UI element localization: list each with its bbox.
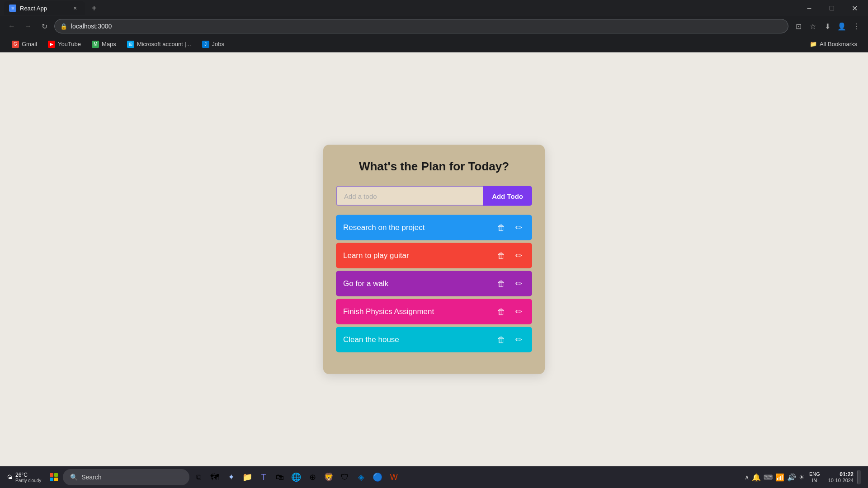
profile-button[interactable]: 👤 — [835, 20, 848, 33]
antivirus-icon[interactable]: 🛡 — [338, 470, 352, 484]
todo-item-actions: 🗑 ✏ — [495, 305, 525, 318]
bookmark-gmail-label: Gmail — [22, 41, 37, 47]
page-area: What's the Plan for Today? Add Todo Rese… — [0, 52, 868, 466]
vscode-icon[interactable]: ◈ — [354, 470, 368, 484]
todo-item-text: Clean the house — [343, 335, 495, 344]
edit-icon[interactable]: ✏ — [512, 221, 525, 234]
back-button[interactable]: ← — [5, 20, 18, 33]
gmail-favicon: G — [12, 41, 19, 48]
clock[interactable]: 01:22 10-10-2024 — [828, 471, 854, 483]
todo-item-text: Go for a walk — [343, 279, 495, 288]
search-icon: 🔍 — [70, 474, 78, 481]
todo-list: Research on the project 🗑 ✏ Learn to pla… — [336, 215, 532, 352]
maps-taskbar-icon[interactable]: 🗺 — [208, 470, 222, 484]
todo-item: Clean the house 🗑 ✏ — [336, 327, 532, 352]
windows-logo — [50, 473, 58, 481]
todo-item: Research on the project 🗑 ✏ — [336, 215, 532, 240]
todo-item-actions: 🗑 ✏ — [495, 277, 525, 290]
brightness-icon[interactable]: ☀ — [799, 474, 805, 481]
todo-card: What's the Plan for Today? Add Todo Rese… — [323, 145, 545, 374]
taskbar-search[interactable]: 🔍 Search — [63, 469, 189, 485]
microsoft-favicon: ⊞ — [127, 41, 134, 48]
bookmarks-bar: G Gmail ▶ YouTube M Maps ⊞ Microsoft acc… — [0, 36, 868, 52]
delete-icon[interactable]: 🗑 — [495, 249, 508, 262]
notification-icon[interactable]: 🔔 — [752, 473, 761, 482]
edit-icon[interactable]: ✏ — [512, 333, 525, 346]
menu-button[interactable]: ⋮ — [850, 20, 863, 33]
volume-icon[interactable]: 🔊 — [787, 473, 796, 482]
clock-date: 10-10-2024 — [828, 478, 854, 483]
tab-close-button[interactable]: × — [71, 4, 80, 13]
lock-icon: 🔒 — [60, 23, 67, 30]
delete-icon[interactable]: 🗑 — [495, 333, 508, 346]
brave-icon[interactable]: 🦁 — [321, 470, 336, 484]
tab-title: React App — [20, 5, 47, 12]
jobs-favicon: J — [202, 41, 209, 48]
todo-input[interactable] — [336, 186, 483, 206]
cast-button[interactable]: ⊡ — [792, 20, 805, 33]
bookmark-microsoft[interactable]: ⊞ Microsoft account |... — [123, 39, 196, 50]
chrome-icon[interactable]: ⊕ — [305, 470, 320, 484]
lang-text: ENG — [809, 471, 820, 477]
maximize-button[interactable]: □ — [822, 2, 842, 14]
chevron-up-icon[interactable]: ∧ — [745, 474, 749, 481]
bookmark-star-button[interactable]: ☆ — [807, 20, 819, 33]
delete-icon[interactable]: 🗑 — [495, 221, 508, 234]
folder-icon: 📁 — [810, 41, 817, 47]
show-desktop-button[interactable] — [857, 470, 861, 484]
task-view-icon: ⧉ — [196, 473, 201, 481]
bookmark-jobs-label: Jobs — [212, 41, 224, 47]
url-text: localhost:3000 — [71, 23, 112, 30]
bookmark-maps[interactable]: M Maps — [87, 39, 121, 50]
refresh-button[interactable]: ↻ — [38, 20, 51, 33]
network-icon[interactable]: 📶 — [775, 473, 784, 482]
all-bookmarks-button[interactable]: 📁 All Bookmarks — [806, 39, 861, 49]
dev-browser-icon[interactable]: 🔵 — [370, 470, 385, 484]
minimize-button[interactable]: – — [799, 2, 819, 14]
search-placeholder: Search — [81, 474, 101, 481]
edit-icon[interactable]: ✏ — [512, 305, 525, 318]
todo-item: Learn to play guitar 🗑 ✏ — [336, 243, 532, 268]
youtube-favicon: ▶ — [48, 41, 55, 48]
maps-favicon: M — [92, 41, 99, 48]
todo-item-actions: 🗑 ✏ — [495, 249, 525, 262]
bookmark-jobs[interactable]: J Jobs — [198, 39, 229, 50]
edge-icon[interactable]: 🌐 — [289, 470, 303, 484]
app-title: What's the Plan for Today? — [336, 160, 532, 174]
copilot-icon[interactable]: ✦ — [224, 470, 238, 484]
weather-temp: 26°C — [15, 472, 41, 478]
bookmark-microsoft-label: Microsoft account |... — [137, 41, 191, 47]
todo-item-actions: 🗑 ✏ — [495, 333, 525, 346]
todo-item: Go for a walk 🗑 ✏ — [336, 271, 532, 296]
edit-icon[interactable]: ✏ — [512, 277, 525, 290]
files-icon[interactable]: 📁 — [240, 470, 255, 484]
tab-favicon: ⚛ — [9, 5, 16, 12]
close-button[interactable]: ✕ — [844, 2, 864, 14]
todo-input-row: Add Todo — [336, 186, 532, 206]
word-icon[interactable]: W — [387, 470, 401, 484]
delete-icon[interactable]: 🗑 — [495, 305, 508, 318]
keyboard-icon[interactable]: ⌨ — [764, 474, 773, 481]
region-text: IN — [809, 477, 820, 483]
todo-item: Finish Physics Assignment 🗑 ✏ — [336, 299, 532, 324]
address-bar[interactable]: 🔒 localhost:3000 — [54, 19, 788, 33]
todo-item-text: Research on the project — [343, 223, 495, 232]
bookmark-youtube[interactable]: ▶ YouTube — [43, 39, 85, 50]
task-view-button[interactable]: ⧉ — [191, 470, 206, 484]
add-todo-button[interactable]: Add Todo — [483, 186, 532, 206]
win-cell-2 — [54, 473, 58, 477]
bookmark-gmail[interactable]: G Gmail — [7, 39, 42, 50]
teams-icon[interactable]: T — [256, 470, 271, 484]
active-tab[interactable]: ⚛ React App × — [4, 1, 85, 15]
todo-item-text: Finish Physics Assignment — [343, 307, 495, 316]
weather-widget[interactable]: 🌤 26°C Partly cloudy — [7, 472, 41, 483]
store-icon[interactable]: 🛍 — [273, 470, 287, 484]
language-indicator[interactable]: ENG IN — [809, 471, 820, 484]
download-button[interactable]: ⬇ — [821, 20, 834, 33]
new-tab-button[interactable]: + — [87, 1, 101, 15]
edit-icon[interactable]: ✏ — [512, 249, 525, 262]
win-cell-3 — [50, 478, 53, 481]
start-button[interactable] — [47, 470, 61, 484]
forward-button[interactable]: → — [22, 20, 34, 33]
delete-icon[interactable]: 🗑 — [495, 277, 508, 290]
